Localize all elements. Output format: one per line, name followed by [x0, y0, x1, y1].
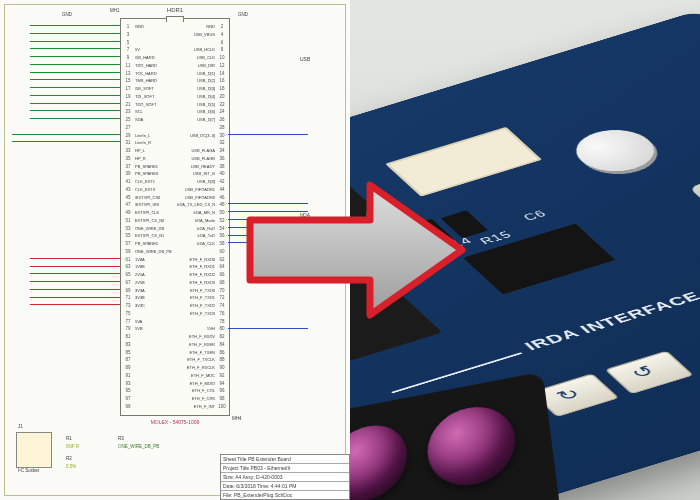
pin-53: 53ONE_WIRE_DB: [121, 225, 175, 233]
pin-67: 672V5B: [121, 279, 175, 287]
pin-26: 26USB_D[7]: [175, 116, 229, 124]
pin-24: 24USB_D[6]: [175, 108, 229, 116]
pin-96: 96ETH_F_COL: [175, 387, 229, 395]
pin-58: 58IrDA_CLK: [175, 240, 229, 248]
wire: [30, 304, 120, 305]
cap-electro: [562, 122, 669, 178]
titleblock-size: Size: A4 Assy: D-420-0003: [221, 473, 349, 482]
pin-32: 32: [175, 139, 229, 147]
pin-98: 98ETH_F_CRS: [175, 395, 229, 403]
pin-87: 87: [121, 356, 175, 364]
pin-28: 28: [175, 124, 229, 132]
r2-label: R2: [66, 456, 72, 461]
pin-71: 713V3B: [121, 294, 175, 302]
pin-42: 42USB_D[0]: [175, 178, 229, 186]
pin-30: 30USB_DC[3..0]: [175, 132, 229, 140]
title-block: Sheet Title PB Extender Board Project Ti…: [220, 454, 350, 500]
pin-37: 37PB_SPARE1: [121, 163, 175, 171]
j1-socket: [16, 432, 52, 468]
pin-23: 23SCL: [121, 108, 175, 116]
pin-13: 13TCK_HARD: [121, 70, 175, 78]
wire: [30, 258, 120, 259]
pin-50: 50IrDA_MR_N: [175, 209, 229, 217]
pin-77: 775VA: [121, 318, 175, 326]
titleblock-project: Project Title PB03 - Ethernet/Ir: [221, 464, 349, 473]
pin-54: 54IrDA_RxD: [175, 225, 229, 233]
mh1-label: MH1: [110, 8, 120, 13]
pin-90: 90ETH_F_RXCLK: [175, 364, 229, 372]
pin-70: 70ETH_F_TXD0: [175, 287, 229, 295]
wire: [30, 289, 120, 290]
wire: [30, 33, 120, 34]
pin-48: 48IrDA_TX_LED_CS_N: [175, 201, 229, 209]
owdb-label: ONE_WIRE_DB_PB: [118, 444, 159, 449]
pin-59: 59ONE_WIRE_DB_PB: [121, 248, 175, 256]
pin-15: 15TMS_HARD: [121, 77, 175, 85]
pin-39: 39PB_SPARE3: [121, 170, 175, 178]
gnd-label-right: GND: [238, 12, 248, 17]
pin-93: 93: [121, 380, 175, 388]
pin-40: 40USB_INT_N: [175, 170, 229, 178]
wire: [228, 134, 308, 135]
chip-notch: [166, 16, 184, 22]
pin-35: 35HP_R: [121, 155, 175, 163]
wire: [12, 134, 120, 135]
pin-27: 27: [121, 124, 175, 132]
pin-17: 17/5B_SOFT: [121, 85, 175, 93]
pin-82: 82ETH_F_RXDV: [175, 333, 229, 341]
pin-57: 57PB_SPARE5: [121, 240, 175, 248]
pin-9: 9/5B_HARD: [121, 54, 175, 62]
wire: [30, 95, 120, 96]
wire: [30, 87, 120, 88]
pin-36: 36USB_FLAGB: [175, 155, 229, 163]
pin-51: 51EXTSPI_CS_N0: [121, 217, 175, 225]
pin-65: 652V5A: [121, 271, 175, 279]
pin-46: 46USB_FIFOADR0: [175, 194, 229, 202]
chip-footprint: MOLEX - 54075-1009: [151, 419, 200, 425]
pin-74: 74ETH_F_TXD2: [175, 302, 229, 310]
mh4-label: MH4: [232, 416, 242, 421]
wire: [12, 141, 120, 142]
pin-1: 1GND: [121, 23, 175, 31]
pin-80: 805VH: [175, 325, 229, 333]
pin-12: 12USB_DIR: [175, 62, 229, 70]
smd-ic: [463, 223, 616, 294]
pin-8: 8USB_HCLK: [175, 46, 229, 54]
pin-7: 75V: [121, 46, 175, 54]
r1-label: R1: [66, 436, 72, 441]
pin-91: 91: [121, 372, 175, 380]
pin-18: 18USB_D[3]: [175, 85, 229, 93]
pin-75: 75: [121, 310, 175, 318]
pin-3: 3: [121, 31, 175, 39]
pin-92: 92ETH_F_MDC: [175, 372, 229, 380]
pin-47: 47/EXTSPI_IRS: [121, 201, 175, 209]
pin-55: 55EXTSPI_CS_N1: [121, 232, 175, 240]
pin-99: 99: [121, 403, 175, 411]
pin-16: 16USB_D[2]: [175, 77, 229, 85]
pin-10: 10USB_CLK: [175, 54, 229, 62]
pin-86: 86ETH_F_TXEN: [175, 349, 229, 357]
titleblock-date: Date: 6/3/2018 Time: 4:44:01 PM: [221, 482, 349, 491]
transition-arrow-icon: [240, 175, 470, 325]
wire: [30, 266, 120, 267]
pin-14: 14USB_D[1]: [175, 70, 229, 78]
pin-94: 94ETH_F_MDIO: [175, 380, 229, 388]
pin-56: 56IrDA_TxD: [175, 232, 229, 240]
pin-33: 33HP_L: [121, 147, 175, 155]
titleblock-sheet: Sheet Title PB Extender Board: [221, 455, 349, 464]
silk-c6: C6: [521, 209, 549, 223]
pin-49: 49EXTSPI_CLK: [121, 209, 175, 217]
titleblock-file: File: PB_ExtenderPlug.SchDoc: [221, 491, 349, 499]
pin-52: 52IrDA_Mode: [175, 217, 229, 225]
j1-desc: I²C Socket: [18, 468, 39, 473]
pin-69: 693V3A: [121, 287, 175, 295]
pin-79: 795VB: [121, 325, 175, 333]
pin-22: 22USB_D[5]: [175, 101, 229, 109]
pin-88: 88ETH_F_TXCLK: [175, 356, 229, 364]
pin-11: 11TDO_HARD: [121, 62, 175, 70]
wire: [30, 281, 120, 282]
pin-45: 45/EXTSPI_CS0: [121, 194, 175, 202]
pin-68: 68ETH_F_RXD3: [175, 279, 229, 287]
pin-21: 21TDO_SOFT: [121, 101, 175, 109]
pin-97: 97: [121, 395, 175, 403]
